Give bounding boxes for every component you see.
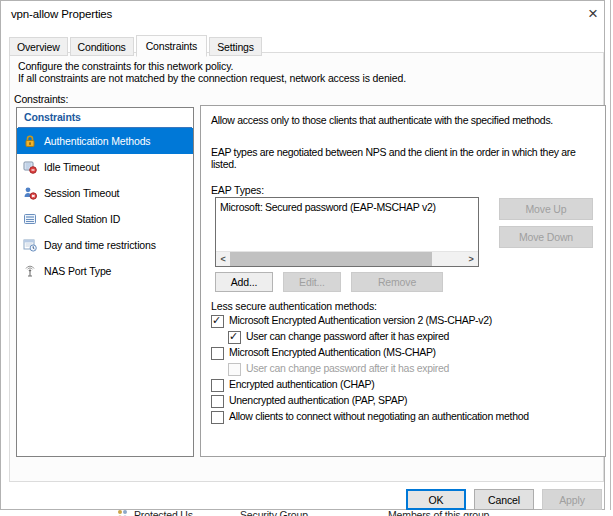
constraint-item-session-timeout[interactable]: Session Timeout: [17, 180, 193, 206]
session-timeout-icon: [22, 186, 37, 200]
authentication-methods-panel: Allow access only to those clients that …: [200, 105, 606, 457]
constraint-item-day-and-time-restrictions[interactable]: Day and time restrictions: [17, 232, 193, 258]
constraints-listbox: Constraints Authentication MethodsIdle T…: [16, 107, 194, 457]
checkbox-label: Unencrypted authentication (PAP, SPAP): [229, 394, 407, 406]
checkbox-icon[interactable]: [211, 379, 224, 392]
eap-types-listbox[interactable]: Microsoft: Secured password (EAP-MSCHAP …: [215, 197, 479, 267]
remove-button: Remove: [351, 272, 443, 292]
checkbox-label: User can change password after it has ex…: [246, 362, 449, 374]
tab-overview[interactable]: Overview: [9, 37, 68, 56]
tab-conditions[interactable]: Conditions: [70, 37, 134, 56]
auth-checkbox-row: Unencrypted authentication (PAP, SPAP): [211, 394, 601, 409]
constraint-item-nas-port-type[interactable]: NAS Port Type: [17, 258, 193, 284]
background-window-row: Protected Us... Security Group... Member…: [0, 510, 613, 516]
constraints-list-items: Authentication MethodsIdle TimeoutSessio…: [17, 128, 193, 284]
called-station-icon: [22, 212, 37, 226]
page-description-line2: If all constraints are not matched by th…: [18, 72, 406, 84]
checkbox-icon[interactable]: [211, 395, 224, 408]
constraint-item-label: Called Station ID: [44, 213, 120, 225]
background-row-name: Protected Us...: [134, 510, 201, 516]
constraint-item-label: Day and time restrictions: [44, 239, 156, 251]
properties-dialog: vpn-allow Properties OverviewConditionsC…: [0, 0, 605, 510]
background-row-type: Security Group...: [240, 510, 316, 516]
tab-strip: OverviewConditionsConstraintsSettings: [9, 34, 264, 56]
cancel-button[interactable]: Cancel: [474, 489, 534, 510]
less-secure-caption: Less secure authentication methods:: [211, 300, 377, 312]
auth-checkbox-row: Encrypted authentication (CHAP): [211, 378, 601, 393]
idle-timeout-icon: [22, 160, 37, 174]
constraint-item-label: Idle Timeout: [44, 161, 99, 173]
eap-types-caption: EAP Types:: [211, 184, 264, 196]
scroll-left-icon[interactable]: [216, 252, 230, 266]
ok-button[interactable]: OK: [406, 489, 466, 510]
lock-icon: [22, 134, 37, 148]
panel-description: Allow access only to those clients that …: [211, 114, 553, 126]
eap-note: EAP types are negotiated between NPS and…: [211, 146, 593, 170]
auth-checkbox-row: Microsoft Encrypted Authentication versi…: [211, 314, 601, 329]
day-time-icon: [22, 238, 37, 252]
constraint-item-label: Authentication Methods: [44, 135, 150, 147]
nas-port-icon: [22, 264, 37, 278]
page-description-line1: Configure the constraints for this netwo…: [18, 60, 233, 72]
group-icon: [116, 510, 129, 516]
title-bar[interactable]: vpn-allow Properties: [1, 1, 604, 29]
checkbox-label: Microsoft Encrypted Authentication (MS-C…: [229, 346, 436, 358]
checkbox-checked-icon[interactable]: [228, 331, 241, 344]
eap-horizontal-scrollbar[interactable]: [216, 251, 478, 266]
auth-checkbox-row: User can change password after it has ex…: [228, 362, 601, 377]
move-up-button: Move Up: [499, 198, 593, 220]
eap-types-items: Microsoft: Secured password (EAP-MSCHAP …: [216, 198, 478, 216]
constraint-item-label: Session Timeout: [44, 187, 119, 199]
background-row-description: Members of this group: [388, 510, 489, 516]
background-window-edge: [610, 0, 611, 516]
constraint-item-idle-timeout[interactable]: Idle Timeout: [17, 154, 193, 180]
move-down-button: Move Down: [499, 226, 593, 248]
constraint-item-called-station-id[interactable]: Called Station ID: [17, 206, 193, 232]
auth-checkbox-row: Microsoft Encrypted Authentication (MS-C…: [211, 346, 601, 361]
add-button[interactable]: Add...: [215, 272, 273, 292]
checkbox-icon[interactable]: [211, 347, 224, 360]
tab-settings[interactable]: Settings: [209, 37, 262, 56]
constraints-caption: Constraints:: [14, 93, 68, 105]
apply-button: Apply: [542, 489, 602, 510]
constraint-item-label: NAS Port Type: [44, 265, 111, 277]
checkbox-label: Encrypted authentication (CHAP): [229, 378, 374, 390]
checkbox-label: Microsoft Encrypted Authentication versi…: [229, 314, 492, 326]
constraint-item-authentication-methods[interactable]: Authentication Methods: [17, 128, 193, 154]
auth-checkbox-row: Allow clients to connect without negotia…: [211, 410, 601, 425]
checkbox-label: Allow clients to connect without negotia…: [229, 410, 529, 422]
constraints-list-header: Constraints: [18, 108, 192, 128]
tab-page-constraints: Configure the constraints for this netwo…: [9, 52, 604, 482]
eap-type-item[interactable]: Microsoft: Secured password (EAP-MSCHAP …: [216, 198, 478, 216]
scroll-track[interactable]: [432, 252, 464, 266]
scroll-right-icon[interactable]: [464, 252, 478, 266]
auth-checkbox-row: User can change password after it has ex…: [228, 330, 601, 345]
auth-checkbox-list: Microsoft Encrypted Authentication versi…: [211, 314, 601, 426]
close-icon[interactable]: [581, 2, 605, 26]
edit-button: Edit...: [283, 272, 341, 292]
checkbox-icon: [228, 363, 241, 376]
scroll-thumb[interactable]: [230, 252, 432, 266]
checkbox-checked-icon[interactable]: [211, 315, 224, 328]
tab-constraints[interactable]: Constraints: [136, 35, 207, 57]
window-title: vpn-allow Properties: [11, 8, 112, 20]
screen: Protected Us... Security Group... Member…: [0, 0, 613, 516]
checkbox-label: User can change password after it has ex…: [246, 330, 449, 342]
checkbox-icon[interactable]: [211, 411, 224, 424]
